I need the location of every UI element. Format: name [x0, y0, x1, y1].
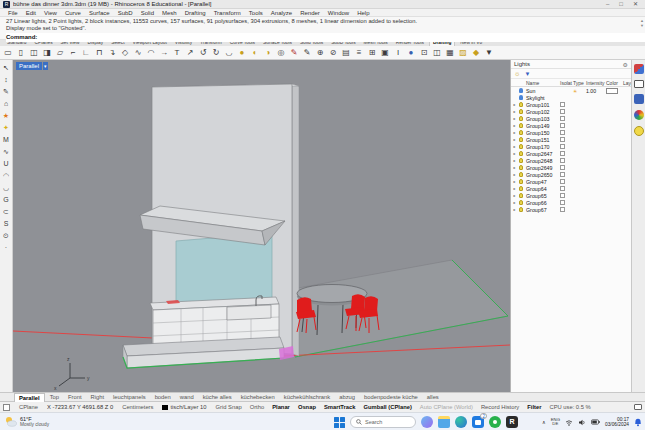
side-tool-icon[interactable]: ✎ — [1, 86, 12, 97]
store-icon[interactable]: 2 — [472, 416, 484, 428]
menu-item[interactable]: Tools — [249, 10, 263, 16]
battery-icon[interactable] — [591, 419, 600, 425]
viewport-tab[interactable]: Parallel — [14, 393, 45, 402]
side-tool-icon[interactable]: ◡ — [1, 182, 12, 193]
expander-icon[interactable]: ▸ — [511, 130, 518, 135]
viewport-tab[interactable]: abzug — [335, 393, 359, 401]
light-row[interactable]: ▸ Group2647 — [511, 150, 631, 157]
isolate-checkbox[interactable] — [560, 193, 565, 198]
light-row[interactable]: ▸ Group150 — [511, 129, 631, 136]
light-row[interactable]: ▸ Group101 — [511, 101, 631, 108]
isolate-checkbox[interactable] — [560, 172, 565, 177]
toolbar-icon[interactable]: ◎ — [275, 47, 287, 59]
light-row[interactable]: ▸ Group66 — [511, 199, 631, 206]
search-input[interactable]: Search — [350, 416, 416, 428]
toolbar-icon[interactable]: ✎ — [288, 47, 300, 59]
isolate-checkbox[interactable] — [560, 137, 565, 142]
toolbar-icon[interactable]: ▤ — [340, 47, 352, 59]
side-tool-icon[interactable]: ★ — [1, 110, 12, 121]
side-tool-icon[interactable]: ◠ — [1, 170, 12, 181]
menu-item[interactable]: Render — [300, 10, 320, 16]
toolbar-icon[interactable]: ▦ — [444, 47, 456, 59]
wifi-icon[interactable] — [565, 419, 573, 426]
volume-icon[interactable] — [578, 419, 586, 426]
expander-icon[interactable]: ▸ — [511, 116, 518, 121]
side-tool-icon[interactable]: ⌂ — [1, 98, 12, 109]
command-scrollbar[interactable]: ▲ ▼ — [640, 19, 644, 28]
light-row[interactable]: ▸ Group170 — [511, 143, 631, 150]
viewport-tab[interactable]: Front — [64, 393, 86, 401]
grid-toggle-icon[interactable] — [3, 404, 10, 411]
clock[interactable]: 00:1703/06/2024 — [605, 417, 629, 428]
toolbar-icon[interactable]: I — [392, 47, 404, 59]
light-name[interactable]: Group103 — [526, 116, 560, 122]
toolbar-icon[interactable]: ● — [236, 47, 248, 59]
viewport-tab[interactable]: küchebecken — [237, 393, 279, 401]
side-tool-icon[interactable]: ⊂ — [1, 206, 12, 217]
units-selector[interactable]: Centimeters — [122, 404, 153, 410]
light-row[interactable]: ▸ Group151 — [511, 136, 631, 143]
status-toggle[interactable]: Ortho — [250, 404, 265, 410]
light-name[interactable]: Sun — [526, 88, 560, 94]
toolbar-icon[interactable]: ↗ — [184, 47, 196, 59]
viewport-tab[interactable]: boden — [151, 393, 175, 401]
materials-panel-icon[interactable] — [634, 110, 644, 120]
expander-icon[interactable]: ▸ — [511, 165, 518, 170]
menu-item[interactable]: Window — [328, 10, 349, 16]
menu-item[interactable]: Solid — [141, 10, 154, 16]
expander-icon[interactable]: ▸ — [511, 158, 518, 163]
toolbar-icon[interactable]: ◡ — [223, 47, 235, 59]
light-name[interactable]: Group2648 — [526, 158, 560, 164]
toolbar-icon[interactable]: → — [158, 47, 170, 59]
toolbar-icon[interactable]: ⊡ — [418, 47, 430, 59]
isolate-checkbox[interactable] — [560, 186, 565, 191]
command-prompt[interactable]: Command: — [6, 33, 645, 42]
status-toggle[interactable]: Grid Snap — [216, 404, 242, 410]
expander-icon[interactable]: ▸ — [511, 151, 518, 156]
light-row[interactable]: ▸ Group2648 — [511, 157, 631, 164]
toolbar-icon[interactable]: ◫ — [28, 47, 40, 59]
side-tool-icon[interactable]: M — [1, 134, 12, 145]
viewport-tab[interactable]: leuchtpanels — [109, 393, 150, 401]
light-name[interactable]: Group2647 — [526, 151, 560, 157]
side-tool-icon[interactable]: ∿ — [1, 146, 12, 157]
isolate-checkbox[interactable] — [560, 179, 565, 184]
menu-item[interactable]: View — [44, 10, 57, 16]
side-tool-icon[interactable]: S — [1, 218, 12, 229]
file-explorer-icon[interactable] — [438, 416, 450, 428]
viewport-tab[interactable]: Right — [87, 393, 109, 401]
menu-item[interactable]: Drafting — [185, 10, 206, 16]
expander-icon[interactable]: ▸ — [511, 109, 518, 114]
isolate-checkbox[interactable] — [560, 158, 565, 163]
expander-icon[interactable]: ▸ — [511, 200, 518, 205]
light-color-swatch[interactable] — [606, 88, 618, 94]
viewport-tab[interactable]: bodenpodeste küche — [360, 393, 422, 401]
viewport-3d-scene[interactable]: z y x — [13, 60, 510, 392]
menu-item[interactable]: Mesh — [162, 10, 177, 16]
side-tool-icon[interactable]: G — [1, 194, 12, 205]
toolbar-icon[interactable]: ▨ — [457, 47, 469, 59]
light-row[interactable]: ▸ Group65 — [511, 192, 631, 199]
light-row[interactable]: Skylight — [511, 94, 631, 101]
side-tool-icon[interactable]: ↖ — [1, 62, 12, 73]
side-tool-icon[interactable]: ↕ — [1, 74, 12, 85]
isolate-checkbox[interactable] — [560, 151, 565, 156]
toolbar-icon[interactable]: ▼ — [483, 47, 495, 59]
chevron-down-icon[interactable]: ▾ — [43, 62, 48, 70]
isolate-checkbox[interactable] — [560, 207, 565, 212]
light-name[interactable]: Group47 — [526, 179, 560, 185]
menu-item[interactable]: Curve — [65, 10, 81, 16]
scroll-down-icon[interactable]: ▼ — [640, 24, 644, 28]
close-icon[interactable]: ✕ — [633, 0, 638, 8]
menu-item[interactable]: File — [8, 10, 18, 16]
isolate-checkbox[interactable] — [560, 109, 565, 114]
light-name[interactable]: Group64 — [526, 186, 560, 192]
expander-icon[interactable]: ▸ — [511, 179, 518, 184]
status-toggle[interactable]: Planar — [272, 404, 290, 410]
toolbar-icon[interactable]: ◫ — [431, 47, 443, 59]
expander-icon[interactable]: ▸ — [511, 137, 518, 142]
light-row[interactable]: ▸ Group67 — [511, 206, 631, 213]
expander-icon[interactable]: ▸ — [511, 193, 518, 198]
toolbar-icon[interactable]: ◠ — [145, 47, 157, 59]
side-tool-icon[interactable]: ✦ — [1, 122, 12, 133]
